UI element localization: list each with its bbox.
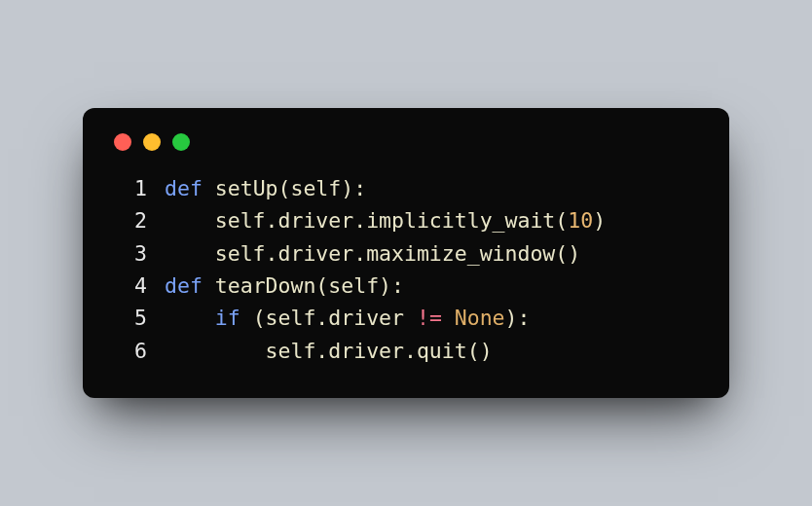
code-line: 5 if (self.driver != None): [114,302,698,334]
token-funcname: tearDown [215,273,316,298]
line-number: 1 [114,172,147,204]
token-number: 10 [568,208,593,233]
token-space [165,306,215,330]
line-content: def setUp(self): [165,172,366,204]
code-line: 3 self.driver.maximize_window() [114,237,698,270]
window-titlebar [114,133,698,151]
token-dot: . [315,339,328,363]
token-attr: driver [328,306,404,330]
token-paren: ( [315,273,328,298]
token-colon: : [353,176,366,200]
token-space [404,306,417,330]
token-self: self [266,339,316,363]
token-space [165,339,266,363]
code-block: 1def setUp(self):2 self.driver.implicitl… [114,172,698,367]
token-self: self [215,208,266,233]
close-icon[interactable] [114,133,131,151]
token-paren: ( [467,339,480,363]
line-number: 5 [114,302,147,334]
token-op: != [417,306,442,330]
token-keyword: if [215,306,240,330]
token-paren: ( [555,241,568,266]
token-callattr: maximize_window [366,241,555,266]
token-paren: ( [253,306,266,330]
token-colon: : [391,273,404,298]
token-paren: ) [480,339,493,363]
line-number: 2 [114,204,147,236]
token-keyword: def [165,176,203,200]
code-line: 2 self.driver.implicitly_wait(10) [114,204,698,236]
token-space [203,176,215,200]
token-keyword: def [165,273,203,298]
token-space [203,273,215,298]
code-line: 4def tearDown(self): [114,270,698,302]
token-callattr: implicitly_wait [366,208,555,233]
line-content: self.driver.implicitly_wait(10) [165,204,606,236]
token-dot: . [315,306,328,330]
token-paren: ) [593,208,606,233]
token-space [165,241,215,266]
token-paren: ) [341,176,353,200]
line-content: self.driver.maximize_window() [165,237,580,270]
token-dot: . [353,241,366,266]
token-self: self [266,306,316,330]
token-paren: ) [568,241,580,266]
token-paren: ( [555,208,568,233]
token-param: self [290,176,341,200]
line-content: if (self.driver != None): [165,302,530,334]
token-const: None [455,306,505,330]
line-content: def tearDown(self): [165,270,404,302]
token-param: self [328,273,379,298]
line-content: self.driver.quit() [165,335,493,367]
token-dot: . [353,208,366,233]
token-dot: . [266,208,278,233]
token-attr: driver [328,339,404,363]
token-dot: . [266,241,278,266]
token-funcname: setUp [215,176,278,200]
token-space [165,208,215,233]
token-paren: ( [278,176,291,200]
token-space [240,306,253,330]
token-paren: ) [505,306,518,330]
code-window: 1def setUp(self):2 self.driver.implicitl… [83,108,729,398]
token-paren: ) [379,273,391,298]
zoom-icon[interactable] [172,133,190,151]
code-line: 1def setUp(self): [114,172,698,204]
token-attr: driver [278,208,354,233]
line-number: 6 [114,335,147,367]
line-number: 4 [114,270,147,302]
minimize-icon[interactable] [143,133,161,151]
token-self: self [215,241,266,266]
token-dot: . [404,339,417,363]
line-number: 3 [114,237,147,270]
token-attr: driver [278,241,354,266]
token-colon: : [518,306,531,330]
code-line: 6 self.driver.quit() [114,335,698,367]
token-callattr: quit [417,339,467,363]
token-space [442,306,455,330]
